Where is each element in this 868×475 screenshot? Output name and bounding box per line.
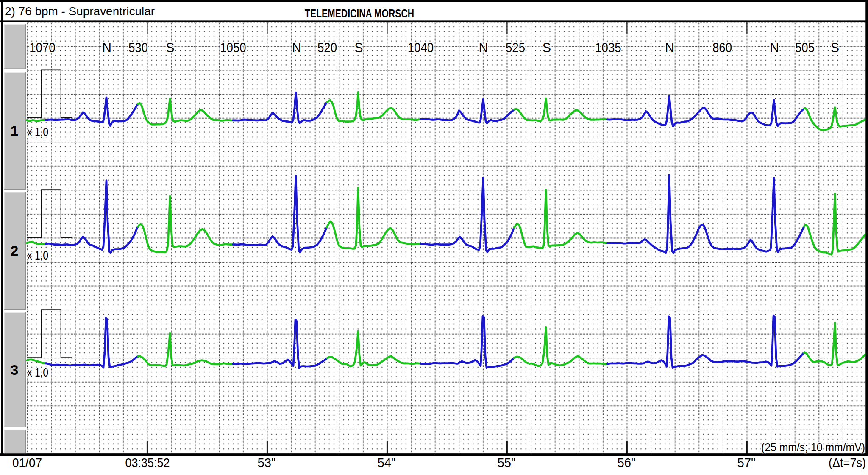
svg-text:2) 76 bpm - Supraventricular: 2) 76 bpm - Supraventricular xyxy=(5,5,155,18)
svg-text:S: S xyxy=(831,40,839,55)
svg-text:S: S xyxy=(542,40,551,55)
svg-text:53": 53" xyxy=(257,455,275,469)
svg-text:1035: 1035 xyxy=(595,40,621,55)
svg-text:(25 mm/s; 10 mm/mV): (25 mm/s; 10 mm/mV) xyxy=(761,441,865,454)
svg-text:01/07: 01/07 xyxy=(12,455,42,469)
svg-text:N: N xyxy=(770,40,779,55)
svg-text:860: 860 xyxy=(712,40,732,55)
svg-text:x 1,0: x 1,0 xyxy=(27,249,48,262)
svg-text:TELEMEDICINA MORSCH: TELEMEDICINA MORSCH xyxy=(305,7,414,20)
svg-text:(Δt=7s): (Δt=7s) xyxy=(829,455,866,469)
svg-text:2: 2 xyxy=(11,243,19,259)
svg-text:530: 530 xyxy=(128,40,148,55)
svg-text:1: 1 xyxy=(11,123,19,139)
svg-text:03:35:52: 03:35:52 xyxy=(125,455,170,469)
svg-text:S: S xyxy=(354,40,363,55)
svg-text:1040: 1040 xyxy=(408,40,434,55)
svg-text:S: S xyxy=(166,40,174,55)
svg-text:525: 525 xyxy=(506,40,525,55)
svg-text:55": 55" xyxy=(497,455,515,469)
svg-text:54": 54" xyxy=(377,455,395,469)
svg-text:1070: 1070 xyxy=(29,40,56,55)
svg-text:N: N xyxy=(292,40,301,55)
svg-text:N: N xyxy=(479,40,488,55)
svg-text:x 1,0: x 1,0 xyxy=(27,125,48,139)
svg-text:N: N xyxy=(665,40,674,55)
svg-text:x 1,0: x 1,0 xyxy=(27,366,48,379)
svg-text:57": 57" xyxy=(737,455,755,469)
svg-text:520: 520 xyxy=(317,40,337,55)
svg-text:56": 56" xyxy=(617,455,635,469)
svg-text:3: 3 xyxy=(11,362,19,378)
svg-text:N: N xyxy=(102,40,111,55)
svg-text:1050: 1050 xyxy=(220,40,246,55)
svg-text:505: 505 xyxy=(795,40,815,55)
